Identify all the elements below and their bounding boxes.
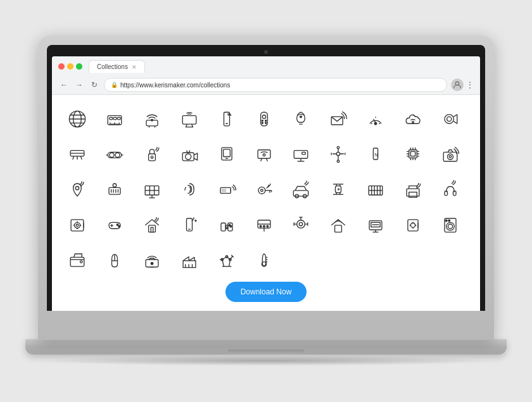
minimize-button[interactable] bbox=[67, 63, 73, 70]
screen-bezel: Collections ✕ ← → ↻ 🔒 https://www.kerism… bbox=[47, 45, 485, 311]
icon-radiator bbox=[360, 174, 391, 204]
icon-email-wireless bbox=[323, 104, 353, 134]
svg-point-205 bbox=[151, 262, 153, 265]
svg-point-32 bbox=[300, 116, 302, 118]
icon-battery-wifi bbox=[212, 174, 242, 204]
svg-line-49 bbox=[80, 156, 82, 160]
address-bar[interactable]: 🔒 https://www.kerismaker.com/collections bbox=[104, 78, 447, 92]
svg-point-97 bbox=[448, 154, 453, 160]
svg-point-26 bbox=[262, 120, 263, 122]
icon-robotic-arm bbox=[323, 139, 353, 169]
icon-nfc: N bbox=[360, 139, 391, 169]
svg-rect-18 bbox=[182, 116, 196, 125]
nav-right-controls: ⋮ bbox=[451, 79, 474, 91]
forward-button[interactable]: → bbox=[73, 79, 85, 91]
icon-router bbox=[99, 104, 130, 134]
icon-mobile bbox=[212, 104, 242, 134]
svg-point-52 bbox=[115, 153, 120, 158]
browser-menu-button[interactable]: ⋮ bbox=[466, 80, 474, 89]
camera-dot bbox=[264, 50, 268, 54]
traffic-lights bbox=[58, 63, 82, 70]
svg-point-144 bbox=[75, 222, 80, 228]
icon-safe bbox=[62, 209, 92, 239]
svg-point-154 bbox=[118, 225, 120, 227]
browser-content: N bbox=[52, 95, 480, 311]
tab-area: Collections ✕ bbox=[89, 60, 474, 73]
icon-wallet bbox=[62, 244, 92, 275]
icon-cloud-wifi bbox=[398, 104, 428, 134]
browser-window: Collections ✕ ← → ↻ 🔒 https://www.kerism… bbox=[52, 56, 480, 311]
maximize-button[interactable] bbox=[76, 63, 82, 70]
svg-line-208 bbox=[183, 256, 189, 260]
icon-smart-lock bbox=[137, 139, 167, 169]
svg-point-196 bbox=[446, 222, 455, 230]
icon-pipe-valve bbox=[286, 209, 316, 239]
tab-title: Collections bbox=[97, 63, 128, 70]
svg-point-99 bbox=[75, 186, 79, 189]
icon-smartwatch bbox=[323, 174, 353, 204]
svg-point-116 bbox=[258, 187, 265, 194]
svg-point-189 bbox=[411, 223, 415, 227]
icon-car-smart bbox=[286, 174, 316, 204]
svg-point-29 bbox=[265, 122, 266, 123]
icon-game-controller bbox=[212, 209, 242, 239]
svg-rect-61 bbox=[223, 149, 230, 157]
icon-smart-tv2 bbox=[249, 139, 279, 169]
icon-mobile-notification bbox=[174, 209, 205, 239]
icons-grid: N bbox=[62, 104, 470, 275]
svg-point-166 bbox=[230, 225, 232, 227]
svg-point-34 bbox=[374, 122, 377, 125]
svg-point-117 bbox=[260, 189, 263, 192]
icon-cpu bbox=[398, 139, 428, 169]
svg-point-174 bbox=[300, 222, 303, 225]
svg-rect-82 bbox=[409, 150, 417, 158]
icon-smart-hub bbox=[99, 174, 130, 204]
svg-rect-188 bbox=[408, 220, 418, 231]
svg-point-17 bbox=[151, 119, 153, 121]
svg-line-210 bbox=[189, 257, 194, 260]
icon-smart-display bbox=[360, 209, 391, 239]
svg-rect-55 bbox=[148, 154, 155, 161]
svg-point-40 bbox=[445, 115, 453, 123]
svg-line-42 bbox=[453, 115, 457, 117]
back-button[interactable]: ← bbox=[58, 79, 70, 91]
svg-point-169 bbox=[260, 225, 262, 227]
refresh-button[interactable]: ↻ bbox=[89, 79, 100, 91]
svg-rect-181 bbox=[335, 225, 342, 232]
icon-location-wifi bbox=[62, 174, 92, 204]
user-avatar[interactable] bbox=[451, 79, 464, 91]
laptop-mockup: Collections ✕ ← → ↻ 🔒 https://www.kerism… bbox=[25, 36, 507, 366]
browser-tab[interactable]: Collections ✕ bbox=[89, 60, 145, 73]
tab-close-icon[interactable]: ✕ bbox=[132, 64, 137, 70]
icon-smart-home bbox=[137, 209, 167, 239]
svg-point-199 bbox=[448, 220, 450, 222]
icon-tv-stand bbox=[286, 139, 316, 169]
icon-printer-wifi bbox=[398, 174, 428, 204]
svg-point-105 bbox=[113, 184, 116, 187]
icon-wifi-router bbox=[137, 104, 167, 134]
svg-point-56 bbox=[151, 156, 153, 159]
svg-line-47 bbox=[73, 156, 74, 160]
icon-security-camera bbox=[435, 104, 466, 134]
svg-point-58 bbox=[185, 154, 191, 160]
svg-point-201 bbox=[80, 260, 83, 263]
laptop-shadow bbox=[38, 356, 494, 366]
download-button[interactable]: Download Now bbox=[225, 282, 307, 302]
svg-point-71 bbox=[337, 153, 340, 156]
svg-point-197 bbox=[448, 224, 452, 229]
svg-point-73 bbox=[338, 147, 340, 149]
svg-point-25 bbox=[262, 115, 265, 118]
svg-rect-161 bbox=[221, 223, 225, 231]
icon-bulb-wifi bbox=[286, 104, 316, 134]
close-button[interactable] bbox=[58, 63, 65, 70]
lock-icon: 🔒 bbox=[111, 82, 118, 88]
icon-tablet bbox=[212, 139, 242, 169]
svg-rect-8 bbox=[113, 117, 117, 120]
icon-remote bbox=[249, 104, 279, 134]
icon-vr-headset bbox=[99, 139, 130, 169]
svg-rect-156 bbox=[151, 228, 153, 232]
icon-smart-tv bbox=[174, 104, 205, 134]
icon-headphones-wifi bbox=[435, 174, 466, 204]
svg-line-43 bbox=[453, 122, 457, 124]
url-text: https://www.kerismaker.com/collections bbox=[120, 82, 230, 89]
